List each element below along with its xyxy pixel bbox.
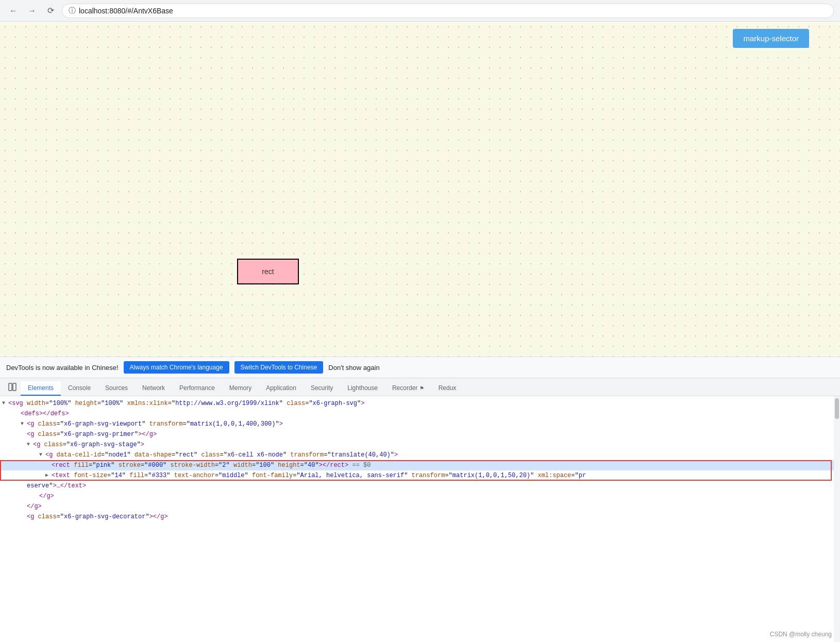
scrollbar[interactable] — [834, 396, 840, 642]
watermark: CSDN @molly cheung — [770, 631, 832, 638]
back-button[interactable]: ← — [6, 4, 21, 18]
devtools-tabs: Elements Console Sources Network Perform… — [0, 378, 840, 396]
code-line-g-stage[interactable]: ▼ <g class="x6-graph-svg-stage" > — [0, 440, 840, 450]
code-line-svg[interactable]: ▼ <svg width="100%" height="100%" xmlns:… — [0, 398, 840, 409]
code-line-close-g2[interactable]: </g> — [0, 501, 840, 512]
tab-performance[interactable]: Performance — [172, 381, 222, 396]
address-bar[interactable]: ⓘ localhost:8080/#/AntvX6Base — [62, 4, 834, 18]
app-container: markup-selector rect DevTools is now ava… — [0, 22, 840, 642]
tab-security[interactable]: Security — [304, 381, 340, 396]
browser-chrome: ← → ⟳ ⓘ localhost:8080/#/AntvX6Base — [0, 0, 840, 22]
expand-arrow[interactable]: ▼ — [2, 398, 8, 409]
tab-elements[interactable]: Elements — [21, 381, 61, 396]
tab-sources[interactable]: Sources — [98, 381, 135, 396]
url-text: localhost:8080/#/AntvX6Base — [79, 7, 173, 15]
tab-application[interactable]: Application — [259, 381, 304, 396]
tab-memory[interactable]: Memory — [222, 381, 259, 396]
banner-message: DevTools is now available in Chinese! — [6, 364, 119, 371]
tab-redux[interactable]: Redux — [431, 381, 464, 396]
code-line-text[interactable]: ▶ <text font-size="14" fill="#333" text-… — [0, 470, 840, 481]
code-line-g-node[interactable]: ▼ <g data-cell-id="node1" data-shape="re… — [0, 450, 840, 460]
tab-recorder[interactable]: Recorder ⚑ — [385, 381, 431, 396]
code-line-rect[interactable]: <rect fill="pink" stroke="#000" stroke-w… — [0, 460, 840, 470]
devtools-content: ▼ <svg width="100%" height="100%" xmlns:… — [0, 396, 840, 642]
recorder-icon: ⚑ — [419, 385, 424, 391]
dont-show-again-link[interactable]: Don't show again — [328, 364, 379, 371]
red-box-container: <rect fill="pink" stroke="#000" stroke-w… — [0, 460, 840, 491]
code-line-g-primer[interactable]: <g class="x6-graph-svg-primer" ></g> — [0, 429, 840, 440]
expand-arrow-stage[interactable]: ▼ — [27, 440, 33, 450]
code-line-defs[interactable]: ▶ <defs></defs> — [0, 409, 840, 419]
svg-rect-node[interactable]: rect — [237, 259, 299, 284]
scrollbar-thumb[interactable] — [835, 398, 839, 419]
switch-devtools-chinese-button[interactable]: Switch DevTools to Chinese — [234, 361, 324, 374]
node-label: rect — [262, 267, 274, 276]
svg-rect-1 — [13, 383, 16, 391]
expand-arrow-viewport2[interactable]: ▼ — [21, 419, 27, 429]
code-line-close-g1[interactable]: </g> — [0, 491, 840, 501]
tab-lighthouse[interactable]: Lighthouse — [340, 381, 385, 396]
devtools-banner: DevTools is now available in Chinese! Al… — [0, 357, 840, 378]
canvas-area: markup-selector rect — [0, 22, 840, 357]
refresh-button[interactable]: ⟳ — [43, 4, 58, 18]
code-line-g-viewport[interactable]: ▶ ▼ <g class="x6-graph-svg-viewport" tra… — [0, 419, 840, 429]
info-icon: ⓘ — [69, 6, 76, 15]
code-line-text-wrap: eserve" > … </text> — [0, 481, 840, 491]
sidebar-toggle-button[interactable] — [4, 378, 21, 396]
code-area: ▼ <svg width="100%" height="100%" xmlns:… — [0, 396, 840, 642]
markup-selector-button[interactable]: markup-selector — [733, 29, 809, 48]
expand-arrow-text[interactable]: ▶ — [45, 470, 52, 481]
tab-console[interactable]: Console — [61, 381, 98, 396]
svg-rect-0 — [9, 383, 12, 391]
forward-button[interactable]: → — [25, 4, 39, 18]
tab-network[interactable]: Network — [135, 381, 172, 396]
always-match-language-button[interactable]: Always match Chrome's language — [124, 361, 229, 374]
devtools-panel: Elements Console Sources Network Perform… — [0, 378, 840, 642]
expand-arrow-node[interactable]: ▼ — [39, 450, 45, 460]
code-line-g-decorator[interactable]: <g class="x6-graph-svg-decorator" ></g> — [0, 512, 840, 522]
